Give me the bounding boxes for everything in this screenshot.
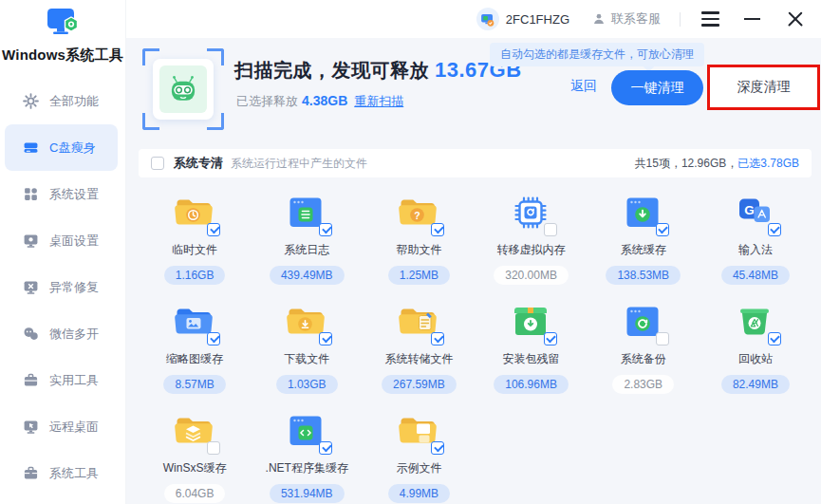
item-checkbox-checked[interactable] (207, 332, 220, 345)
item-checkbox-unchecked[interactable] (544, 223, 557, 236)
item-checkbox-checked[interactable] (431, 332, 444, 345)
minimize-icon[interactable] (744, 18, 760, 20)
item-checkbox-checked[interactable] (431, 441, 444, 455)
sidebar-item-desktop-settings[interactable]: 桌面设置 (5, 217, 118, 264)
translate-icon: G (734, 192, 777, 233)
window-code-icon (285, 410, 328, 452)
main-area: 2FC1FHZG 联系客服 (126, 0, 821, 504)
app-window: Windows系统工具 全部功能C盘瘦身系统设置桌面设置异常修复微信多开实用工具… (0, 0, 821, 504)
folder-download-icon (285, 301, 328, 343)
clean-item-name: .NET程序集缓存 (266, 460, 348, 476)
close-icon[interactable] (787, 10, 804, 28)
scan-result-banner: 扫描完成，发现可释放13.67GB 已选择释放4.38GB重新扫描 自动勾选的都… (126, 38, 821, 147)
clean-item[interactable]: 示例文件4.99MB (363, 410, 475, 503)
folder-layers-icon (173, 410, 216, 452)
sidebar-item-c-drive-slim[interactable]: C盘瘦身 (5, 124, 118, 171)
sidebar-item-remote-desktop[interactable]: 远程桌面 (5, 403, 118, 450)
sidebar-item-error-repair[interactable]: 异常修复 (5, 264, 118, 310)
folder-image-icon (173, 301, 216, 343)
clean-item[interactable]: 缩略图缓存8.57MB (139, 301, 251, 394)
repair-monitor-icon (23, 279, 39, 295)
item-checkbox-checked[interactable] (768, 223, 781, 236)
item-checkbox-checked[interactable] (319, 332, 332, 345)
sidebar-item-system-settings[interactable]: 系统设置 (5, 171, 118, 217)
app-title: Windows系统工具 (0, 47, 125, 65)
menu-icon[interactable] (701, 11, 719, 26)
scan-complete-title: 扫描完成，发现可释放13.67GB (234, 58, 522, 84)
contact-support-label: 联系客服 (611, 10, 661, 28)
clean-item-name: 系统日志 (284, 242, 329, 258)
clean-item[interactable]: G输入法45.48MB (700, 192, 812, 285)
one-click-clean-button[interactable]: 一键清理 (611, 70, 703, 105)
sidebar-item-utility-tools[interactable]: 实用工具 (5, 357, 118, 403)
selected-release-line: 已选择释放4.38GB重新扫描 (236, 93, 403, 110)
svg-text:G: G (744, 203, 755, 217)
person-icon (592, 12, 606, 26)
sidebar-item-label: 微信多开 (49, 326, 99, 343)
clean-item-size-badge: 1.03GB (276, 375, 338, 394)
select-all-checkbox[interactable] (151, 157, 164, 170)
sidebar-item-system-tools[interactable]: 系统工具 (5, 450, 118, 496)
clean-item-size-badge: 4.99MB (388, 484, 450, 503)
sidebar-item-label: 异常修复 (49, 279, 99, 296)
item-checkbox-checked[interactable] (319, 441, 332, 455)
robot-icon (165, 72, 201, 106)
remote-monitor-icon (23, 419, 39, 435)
clean-item[interactable]: WinSxS缓存6.04GB (139, 410, 251, 503)
clean-item[interactable]: 系统转储文件267.59MB (363, 301, 475, 394)
clean-item[interactable]: ?帮助文件1.25MB (363, 192, 475, 285)
clean-item-size-badge: 2.83GB (612, 375, 674, 394)
item-checkbox-checked[interactable] (207, 223, 220, 236)
clean-items-grid: 临时文件1.16GB系统日志439.49MB?帮助文件1.25MB转移虚拟内存3… (139, 192, 812, 503)
annotation-highlight-box: 深度清理 (707, 65, 820, 110)
window-list-icon (285, 192, 328, 233)
scan-robot-illustration (142, 48, 224, 130)
sidebar-item-label: 实用工具 (49, 372, 99, 389)
selected-summary-size: 已选3.78GB (737, 157, 799, 170)
clean-item-name: 回收站 (738, 351, 773, 367)
sidebar: Windows系统工具 全部功能C盘瘦身系统设置桌面设置异常修复微信多开实用工具… (0, 0, 126, 504)
clean-item-name: 帮助文件 (396, 242, 441, 258)
clean-item-name: 缩略图缓存 (166, 351, 223, 367)
clean-item[interactable]: 转移虚拟内存320.00MB (475, 192, 587, 285)
clean-item-name: 输入法 (738, 242, 773, 258)
selected-release-size: 4.38GB (302, 93, 347, 108)
license-code: 2FC1FHZG (506, 12, 569, 27)
system-clean-section-header: 系统专清 系统运行过程中产生的文件 共15项，12.96GB，已选3.78GB (139, 149, 812, 177)
item-checkbox-checked[interactable] (319, 223, 332, 236)
clean-item-size-badge: 106.96MB (494, 375, 569, 394)
sidebar-item-label: 桌面设置 (49, 233, 99, 250)
contact-support-button[interactable]: 联系客服 (592, 10, 661, 28)
item-checkbox-unchecked[interactable] (656, 332, 669, 345)
sidebar-item-label: C盘瘦身 (49, 140, 95, 157)
clean-item-name: 系统转储文件 (384, 351, 453, 367)
clean-item[interactable]: 临时文件1.16GB (139, 192, 251, 285)
clean-item[interactable]: 系统日志439.49MB (251, 192, 363, 285)
clean-item-name: 示例文件 (396, 460, 441, 476)
clean-item[interactable]: 回收站82.49MB (700, 301, 812, 394)
deep-clean-button[interactable]: 深度清理 (737, 79, 791, 96)
item-checkbox-checked[interactable] (431, 223, 444, 236)
clean-item[interactable]: .NET程序集缓存531.94MB (251, 410, 363, 503)
sidebar-item-label: 远程桌面 (49, 419, 99, 436)
clean-item-name: 临时文件 (172, 242, 217, 258)
clean-item[interactable]: 下载文件1.03GB (251, 301, 363, 394)
section-summary: 共15项，12.96GB，已选3.78GB (635, 156, 799, 172)
briefcase-icon (23, 465, 39, 481)
license-code-badge[interactable]: 2FC1FHZG (476, 8, 569, 30)
clean-item[interactable]: 系统备份2.83GB (588, 301, 700, 394)
clean-item[interactable]: 安装包残留106.96MB (475, 301, 587, 394)
sidebar-item-all-features[interactable]: 全部功能 (5, 78, 118, 124)
clean-item-name: 安装包残留 (503, 351, 560, 367)
app-logo-icon (43, 7, 83, 42)
package-box-icon (510, 301, 553, 343)
item-checkbox-checked[interactable] (544, 332, 557, 345)
rescan-link[interactable]: 重新扫描 (354, 94, 403, 108)
sidebar-item-wechat-multi[interactable]: 微信多开 (5, 310, 118, 357)
item-checkbox-checked[interactable] (656, 223, 669, 236)
item-checkbox-unchecked[interactable] (207, 441, 220, 455)
clean-item[interactable]: 系统缓存138.53MB (588, 192, 700, 285)
item-checkbox-checked[interactable] (768, 332, 781, 345)
back-link[interactable]: 返回 (570, 78, 597, 95)
sidebar-nav: 全部功能C盘瘦身系统设置桌面设置异常修复微信多开实用工具远程桌面系统工具 (0, 78, 125, 496)
